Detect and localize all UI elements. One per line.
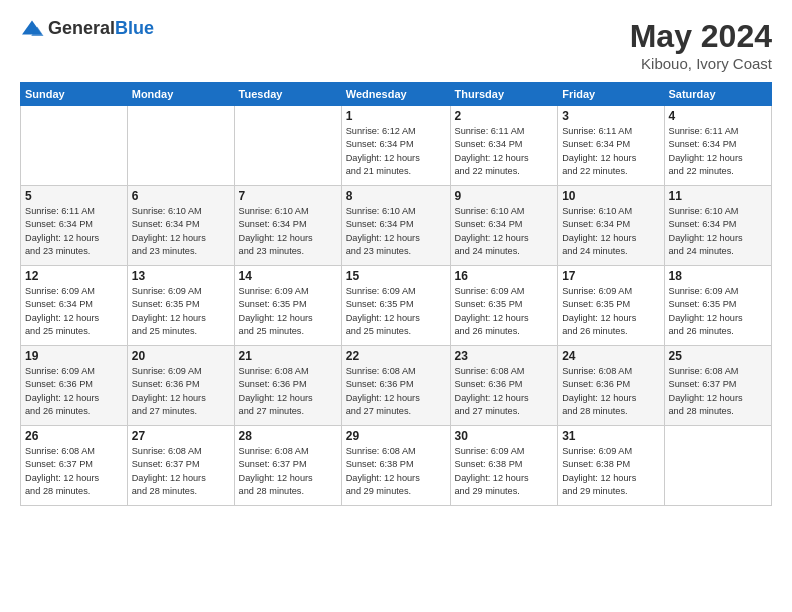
main-title: May 2024 [630, 18, 772, 55]
col-saturday: Saturday [664, 83, 772, 106]
day-number: 9 [455, 189, 554, 203]
day-cell: 19Sunrise: 6:09 AM Sunset: 6:36 PM Dayli… [21, 346, 128, 426]
day-info: Sunrise: 6:11 AM Sunset: 6:34 PM Dayligh… [669, 125, 768, 178]
day-cell: 28Sunrise: 6:08 AM Sunset: 6:37 PM Dayli… [234, 426, 341, 506]
col-sunday: Sunday [21, 83, 128, 106]
day-number: 3 [562, 109, 659, 123]
day-number: 6 [132, 189, 230, 203]
day-cell: 30Sunrise: 6:09 AM Sunset: 6:38 PM Dayli… [450, 426, 558, 506]
day-cell: 3Sunrise: 6:11 AM Sunset: 6:34 PM Daylig… [558, 106, 664, 186]
page: GeneralBlue May 2024 Kibouo, Ivory Coast… [0, 0, 792, 612]
day-cell: 23Sunrise: 6:08 AM Sunset: 6:36 PM Dayli… [450, 346, 558, 426]
day-cell: 27Sunrise: 6:08 AM Sunset: 6:37 PM Dayli… [127, 426, 234, 506]
day-number: 30 [455, 429, 554, 443]
day-cell: 17Sunrise: 6:09 AM Sunset: 6:35 PM Dayli… [558, 266, 664, 346]
col-friday: Friday [558, 83, 664, 106]
header-row: Sunday Monday Tuesday Wednesday Thursday… [21, 83, 772, 106]
day-number: 29 [346, 429, 446, 443]
day-number: 28 [239, 429, 337, 443]
day-info: Sunrise: 6:09 AM Sunset: 6:34 PM Dayligh… [25, 285, 123, 338]
logo-icon [20, 19, 44, 39]
day-cell: 26Sunrise: 6:08 AM Sunset: 6:37 PM Dayli… [21, 426, 128, 506]
col-thursday: Thursday [450, 83, 558, 106]
day-info: Sunrise: 6:10 AM Sunset: 6:34 PM Dayligh… [346, 205, 446, 258]
day-number: 12 [25, 269, 123, 283]
day-info: Sunrise: 6:11 AM Sunset: 6:34 PM Dayligh… [562, 125, 659, 178]
subtitle: Kibouo, Ivory Coast [630, 55, 772, 72]
day-info: Sunrise: 6:10 AM Sunset: 6:34 PM Dayligh… [132, 205, 230, 258]
day-number: 25 [669, 349, 768, 363]
day-cell: 20Sunrise: 6:09 AM Sunset: 6:36 PM Dayli… [127, 346, 234, 426]
day-info: Sunrise: 6:12 AM Sunset: 6:34 PM Dayligh… [346, 125, 446, 178]
day-info: Sunrise: 6:08 AM Sunset: 6:36 PM Dayligh… [239, 365, 337, 418]
day-cell: 6Sunrise: 6:10 AM Sunset: 6:34 PM Daylig… [127, 186, 234, 266]
day-number: 19 [25, 349, 123, 363]
day-cell [664, 426, 772, 506]
day-info: Sunrise: 6:11 AM Sunset: 6:34 PM Dayligh… [455, 125, 554, 178]
day-number: 8 [346, 189, 446, 203]
day-cell: 10Sunrise: 6:10 AM Sunset: 6:34 PM Dayli… [558, 186, 664, 266]
day-info: Sunrise: 6:09 AM Sunset: 6:35 PM Dayligh… [562, 285, 659, 338]
day-info: Sunrise: 6:08 AM Sunset: 6:38 PM Dayligh… [346, 445, 446, 498]
week-row-5: 26Sunrise: 6:08 AM Sunset: 6:37 PM Dayli… [21, 426, 772, 506]
day-number: 4 [669, 109, 768, 123]
day-number: 1 [346, 109, 446, 123]
calendar-body: 1Sunrise: 6:12 AM Sunset: 6:34 PM Daylig… [21, 106, 772, 506]
day-number: 5 [25, 189, 123, 203]
week-row-3: 12Sunrise: 6:09 AM Sunset: 6:34 PM Dayli… [21, 266, 772, 346]
day-number: 24 [562, 349, 659, 363]
day-cell: 25Sunrise: 6:08 AM Sunset: 6:37 PM Dayli… [664, 346, 772, 426]
day-info: Sunrise: 6:08 AM Sunset: 6:36 PM Dayligh… [562, 365, 659, 418]
day-cell: 15Sunrise: 6:09 AM Sunset: 6:35 PM Dayli… [341, 266, 450, 346]
day-number: 17 [562, 269, 659, 283]
day-number: 23 [455, 349, 554, 363]
day-number: 7 [239, 189, 337, 203]
day-cell: 11Sunrise: 6:10 AM Sunset: 6:34 PM Dayli… [664, 186, 772, 266]
day-number: 22 [346, 349, 446, 363]
day-cell: 22Sunrise: 6:08 AM Sunset: 6:36 PM Dayli… [341, 346, 450, 426]
day-info: Sunrise: 6:09 AM Sunset: 6:35 PM Dayligh… [455, 285, 554, 338]
day-number: 2 [455, 109, 554, 123]
day-number: 20 [132, 349, 230, 363]
day-info: Sunrise: 6:11 AM Sunset: 6:34 PM Dayligh… [25, 205, 123, 258]
day-number: 13 [132, 269, 230, 283]
day-cell: 12Sunrise: 6:09 AM Sunset: 6:34 PM Dayli… [21, 266, 128, 346]
day-cell: 8Sunrise: 6:10 AM Sunset: 6:34 PM Daylig… [341, 186, 450, 266]
day-number: 21 [239, 349, 337, 363]
day-info: Sunrise: 6:09 AM Sunset: 6:35 PM Dayligh… [346, 285, 446, 338]
day-info: Sunrise: 6:09 AM Sunset: 6:38 PM Dayligh… [455, 445, 554, 498]
title-block: May 2024 Kibouo, Ivory Coast [630, 18, 772, 72]
day-cell: 5Sunrise: 6:11 AM Sunset: 6:34 PM Daylig… [21, 186, 128, 266]
day-cell: 18Sunrise: 6:09 AM Sunset: 6:35 PM Dayli… [664, 266, 772, 346]
col-tuesday: Tuesday [234, 83, 341, 106]
day-info: Sunrise: 6:10 AM Sunset: 6:34 PM Dayligh… [455, 205, 554, 258]
calendar-table: Sunday Monday Tuesday Wednesday Thursday… [20, 82, 772, 506]
day-number: 31 [562, 429, 659, 443]
day-number: 11 [669, 189, 768, 203]
day-info: Sunrise: 6:09 AM Sunset: 6:35 PM Dayligh… [669, 285, 768, 338]
day-number: 27 [132, 429, 230, 443]
week-row-1: 1Sunrise: 6:12 AM Sunset: 6:34 PM Daylig… [21, 106, 772, 186]
day-info: Sunrise: 6:10 AM Sunset: 6:34 PM Dayligh… [562, 205, 659, 258]
logo-general: General [48, 18, 115, 38]
day-cell: 2Sunrise: 6:11 AM Sunset: 6:34 PM Daylig… [450, 106, 558, 186]
logo-blue: Blue [115, 18, 154, 38]
day-info: Sunrise: 6:09 AM Sunset: 6:38 PM Dayligh… [562, 445, 659, 498]
day-number: 10 [562, 189, 659, 203]
day-info: Sunrise: 6:09 AM Sunset: 6:36 PM Dayligh… [132, 365, 230, 418]
day-info: Sunrise: 6:08 AM Sunset: 6:37 PM Dayligh… [669, 365, 768, 418]
day-cell [127, 106, 234, 186]
day-cell: 21Sunrise: 6:08 AM Sunset: 6:36 PM Dayli… [234, 346, 341, 426]
day-number: 18 [669, 269, 768, 283]
logo: GeneralBlue [20, 18, 154, 39]
day-cell: 16Sunrise: 6:09 AM Sunset: 6:35 PM Dayli… [450, 266, 558, 346]
day-info: Sunrise: 6:10 AM Sunset: 6:34 PM Dayligh… [669, 205, 768, 258]
day-info: Sunrise: 6:08 AM Sunset: 6:37 PM Dayligh… [132, 445, 230, 498]
day-info: Sunrise: 6:09 AM Sunset: 6:36 PM Dayligh… [25, 365, 123, 418]
day-cell [234, 106, 341, 186]
day-info: Sunrise: 6:08 AM Sunset: 6:37 PM Dayligh… [25, 445, 123, 498]
day-cell: 13Sunrise: 6:09 AM Sunset: 6:35 PM Dayli… [127, 266, 234, 346]
logo-text: GeneralBlue [48, 18, 154, 39]
col-wednesday: Wednesday [341, 83, 450, 106]
day-cell: 14Sunrise: 6:09 AM Sunset: 6:35 PM Dayli… [234, 266, 341, 346]
